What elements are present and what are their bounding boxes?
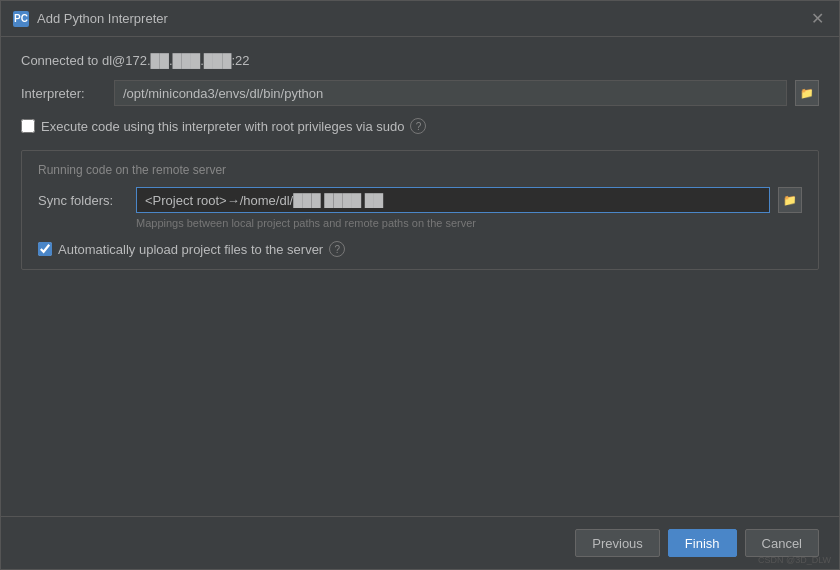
sudo-checkbox-row: Execute code using this interpreter with…: [21, 118, 819, 134]
sync-hint: Mappings between local project paths and…: [136, 217, 802, 229]
auto-upload-checkbox[interactable]: [38, 242, 52, 256]
watermark: CSDN @3D_DLW: [758, 555, 831, 565]
folder-icon: 📁: [800, 87, 814, 100]
cancel-button[interactable]: Cancel: [745, 529, 819, 557]
connection-host: dl@172.██.███.███:22: [102, 53, 250, 68]
close-button[interactable]: ✕: [807, 9, 827, 29]
previous-button[interactable]: Previous: [575, 529, 660, 557]
sync-folders-label: Sync folders:: [38, 193, 128, 208]
folder-icon-sync: 📁: [783, 194, 797, 207]
connection-info: Connected to dl@172.██.███.███:22: [21, 53, 819, 68]
title-bar: PC Add Python Interpreter ✕: [1, 1, 839, 37]
app-icon: PC: [13, 11, 29, 27]
auto-upload-label: Automatically upload project files to th…: [58, 242, 323, 257]
interpreter-label: Interpreter:: [21, 86, 106, 101]
auto-upload-row: Automatically upload project files to th…: [38, 241, 802, 257]
dialog: PC Add Python Interpreter ✕ Connected to…: [0, 0, 840, 570]
title-bar-left: PC Add Python Interpreter: [13, 11, 168, 27]
sync-folders-row: Sync folders: 📁: [38, 187, 802, 213]
interpreter-browse-button[interactable]: 📁: [795, 80, 819, 106]
sync-folders-input[interactable]: [136, 187, 770, 213]
dialog-content: Connected to dl@172.██.███.███:22 Interp…: [1, 37, 839, 516]
sync-browse-button[interactable]: 📁: [778, 187, 802, 213]
interpreter-row: Interpreter: 📁: [21, 80, 819, 106]
interpreter-input[interactable]: [114, 80, 787, 106]
auto-upload-help-icon[interactable]: ?: [329, 241, 345, 257]
finish-button[interactable]: Finish: [668, 529, 737, 557]
sudo-checkbox-label: Execute code using this interpreter with…: [41, 119, 404, 134]
dialog-footer: Previous Finish Cancel: [1, 516, 839, 569]
sudo-help-icon[interactable]: ?: [410, 118, 426, 134]
sudo-checkbox[interactable]: [21, 119, 35, 133]
dialog-title: Add Python Interpreter: [37, 11, 168, 26]
remote-section-title: Running code on the remote server: [38, 163, 802, 177]
remote-section: Running code on the remote server Sync f…: [21, 150, 819, 270]
